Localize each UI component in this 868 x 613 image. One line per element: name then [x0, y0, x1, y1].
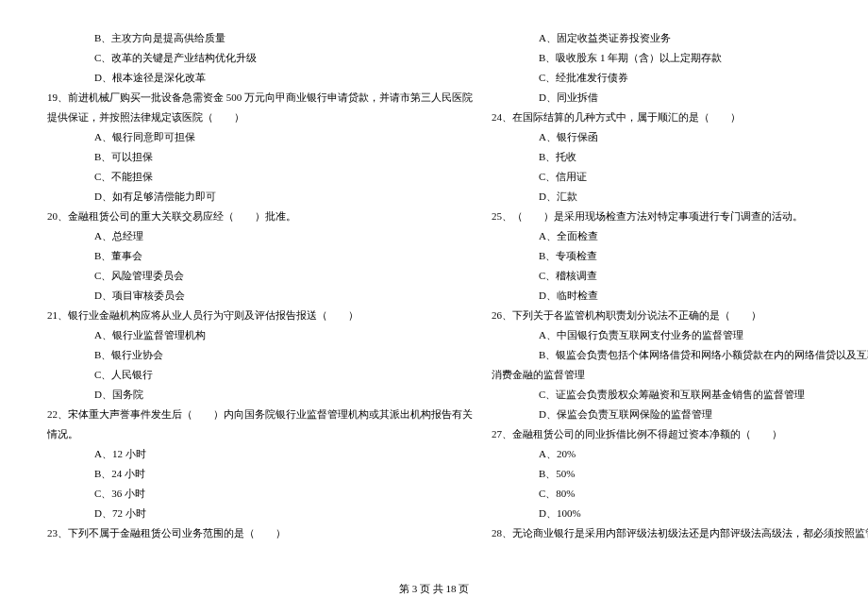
- page-container: B、主攻方向是提高供给质量C、改革的关键是产业结构优化升级D、根本途径是深化改革…: [0, 0, 868, 575]
- option-line: C、不能担保: [47, 167, 473, 187]
- option-line: C、36 小时: [47, 484, 473, 504]
- page-footer: 第 3 页 共 18 页: [0, 582, 868, 596]
- left-column: B、主攻方向是提高供给质量C、改革的关键是产业结构优化升级D、根本途径是深化改革…: [38, 28, 482, 575]
- question-line: 25、（ ）是采用现场检查方法对特定事项进行专门调查的活动。: [492, 207, 868, 226]
- question-line: 26、下列关于各监管机构职责划分说法不正确的是（ ）: [492, 306, 868, 325]
- option-line: A、总经理: [47, 226, 473, 246]
- question-line: 28、无论商业银行是采用内部评级法初级法还是内部评级法高级法，都必须按照监管要求…: [492, 523, 868, 543]
- option-line: B、银行业协会: [47, 345, 473, 365]
- question-line: 27、金融租赁公司的同业拆借比例不得超过资本净额的（ ）: [492, 424, 868, 444]
- option-line: B、50%: [492, 464, 868, 484]
- question-line: 24、在国际结算的几种方式中，属于顺汇的是（ ）: [492, 108, 868, 127]
- option-line: A、固定收益类证券投资业务: [492, 28, 868, 48]
- option-line: A、银行保函: [492, 127, 868, 147]
- option-line: B、专项检查: [492, 246, 868, 266]
- continue-line: 情况。: [47, 424, 473, 444]
- option-line: D、临时检查: [492, 286, 868, 306]
- option-line: D、72 小时: [47, 504, 473, 523]
- option-line: C、改革的关键是产业结构优化升级: [47, 48, 473, 68]
- option-line: C、80%: [492, 484, 868, 504]
- option-line: D、保监会负责互联网保险的监督管理: [492, 405, 868, 424]
- option-line: D、项目审核委员会: [47, 286, 473, 306]
- question-line: 19、前进机械厂购买一批设备急需资金 500 万元向甲商业银行申请贷款，并请市第…: [47, 88, 473, 108]
- option-line: A、12 小时: [47, 444, 473, 464]
- option-line: B、24 小时: [47, 464, 473, 484]
- option-line: A、全面检查: [492, 226, 868, 246]
- option-line: A、中国银行负责互联网支付业务的监督管理: [492, 325, 868, 345]
- option-line: C、稽核调查: [492, 266, 868, 286]
- footer-text: 第 3 页 共 18 页: [399, 583, 469, 594]
- question-line: 23、下列不属于金融租赁公司业务范围的是（ ）: [47, 523, 473, 543]
- continue-line: 提供保证，并按照法律规定该医院（ ）: [47, 108, 473, 127]
- option-line: C、证监会负责股权众筹融资和互联网基金销售的监督管理: [492, 385, 868, 405]
- option-line: B、吸收股东 1 年期（含）以上定期存款: [492, 48, 868, 68]
- continue-line: 消费金融的监督管理: [492, 365, 868, 385]
- option-line: A、20%: [492, 444, 868, 464]
- option-line: A、银行同意即可担保: [47, 127, 473, 147]
- question-line: 21、银行业金融机构应将从业人员行为守则及评估报告报送（ ）: [47, 306, 473, 325]
- option-line: B、可以担保: [47, 147, 473, 167]
- option-line: D、汇款: [492, 187, 868, 207]
- option-line: B、董事会: [47, 246, 473, 266]
- option-line: B、托收: [492, 147, 868, 167]
- option-line: B、主攻方向是提高供给质量: [47, 28, 473, 48]
- option-line: D、同业拆借: [492, 88, 868, 108]
- right-column: A、固定收益类证券投资业务B、吸收股东 1 年期（含）以上定期存款C、经批准发行…: [482, 28, 868, 575]
- option-line: C、风险管理委员会: [47, 266, 473, 286]
- option-line: D、国务院: [47, 385, 473, 405]
- option-line: A、银行业监督管理机构: [47, 325, 473, 345]
- option-line: D、根本途径是深化改革: [47, 68, 473, 88]
- option-line: D、如有足够清偿能力即可: [47, 187, 473, 207]
- option-line: C、信用证: [492, 167, 868, 187]
- option-line: B、银监会负责包括个体网络借贷和网络小额贷款在内的网络借贷以及互联网信托和互联网: [492, 345, 868, 365]
- option-line: C、经批准发行债券: [492, 68, 868, 88]
- option-line: C、人民银行: [47, 365, 473, 385]
- question-line: 22、宋体重大声誉事件发生后（ ）内向国务院银行业监督管理机构或其派出机构报告有…: [47, 405, 473, 424]
- option-line: D、100%: [492, 504, 868, 523]
- question-line: 20、金融租赁公司的重大关联交易应经（ ）批准。: [47, 207, 473, 226]
